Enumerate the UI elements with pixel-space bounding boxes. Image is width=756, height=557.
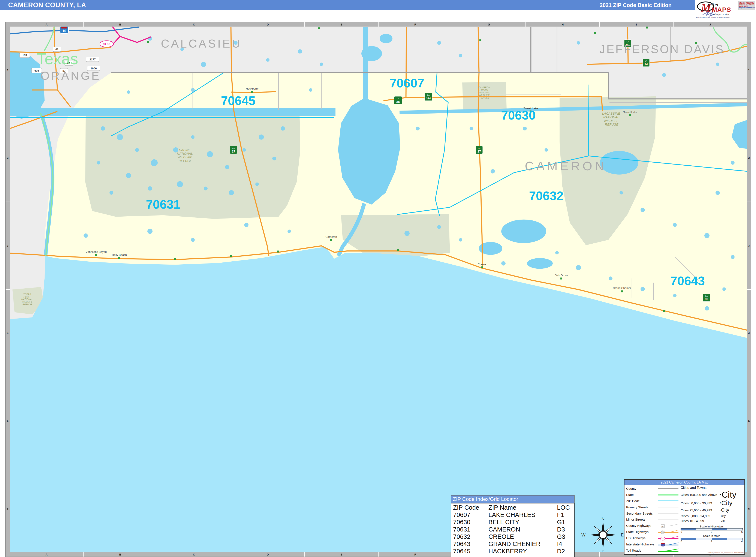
svg-text:70630: 70630 [501, 109, 535, 122]
grid-letters-top: A B C D E F G H I J [10, 22, 747, 27]
svg-text:Cameron: Cameron [325, 235, 337, 238]
legend-row-county: County [626, 486, 679, 491]
svg-text:CAMERON: CAMERON [525, 159, 606, 173]
scale-kilometers: Scale in Kilometers 0 3 6 [680, 525, 743, 533]
svg-text:Grand Chenier: Grand Chenier [613, 287, 631, 290]
legend-row-primary: Primary Streets [626, 504, 679, 510]
legend-row-secondary: Secondary Streets [626, 511, 679, 516]
svg-text:LACASSINE NATIONAL: LACASSINE NATIONAL WILDLIFE REFUGE [602, 112, 621, 126]
svg-text:105: 105 [22, 54, 27, 57]
edition-label: 2021 ZIP Code Basic Edition [600, 2, 672, 8]
svg-text:Creole: Creole [478, 263, 486, 266]
interstate-shield: 10 [60, 27, 68, 33]
grid-letter: A [10, 552, 84, 557]
legend-row-county-hwy: County Highways 123 [626, 523, 679, 528]
svg-text:CAMERON PRAIRIE: CAMERON PRAIRIE NATIONAL WILDLIFE REFUGE [478, 86, 491, 99]
svg-text:385: 385 [396, 100, 400, 104]
grid-letter: B [84, 22, 157, 27]
cities-header: Cities and Towns [680, 486, 744, 490]
svg-text:Hackberry: Hackberry [246, 87, 259, 90]
grid-letter: F [379, 552, 452, 557]
legend-row-toll: Toll Roads [626, 548, 679, 553]
svg-text:N: N [602, 517, 605, 521]
svg-text:E: E [621, 533, 623, 537]
zip-index-header-row: ZIP Code ZIP Name LOC [453, 504, 572, 511]
logo-maps: MAPS [711, 6, 731, 13]
logo-tagline: On Target, On Time. [712, 13, 730, 16]
table-row: 70643 GRAND CHENIER I4 [453, 540, 572, 548]
contact-box: CALL US TOLL FREE! 1-888-434-MAPS (6277)… [738, 1, 755, 10]
grid-letter: C [157, 552, 231, 557]
grid-number: 5 [747, 377, 751, 465]
table-row: 70607 LAKE CHARLES F1 [453, 511, 572, 519]
legend: 2021 Cameron County, LA Map County State… [624, 479, 745, 555]
svg-text:LA: LA [427, 94, 430, 96]
grid-number: 1 [6, 27, 10, 114]
zip-index-title: ZIP Code Index/Grid Locator [451, 495, 575, 503]
svg-text:Grand Lake: Grand Lake [623, 111, 637, 114]
svg-text:70631: 70631 [146, 198, 180, 211]
svg-text:90-BR: 90-BR [103, 42, 111, 46]
city-size-row: Cities 5,000 - 24,999 •City [680, 513, 744, 519]
state-highway-sample: 123 [658, 529, 679, 534]
state-label: Texas [37, 50, 78, 68]
contact-email: mapsales@MarketMAPS.com [739, 7, 755, 8]
grid-number: 5 [6, 377, 10, 465]
svg-text:LA: LA [397, 97, 399, 99]
city-size-row: Cities 25,000 - 49,999 •City [680, 507, 744, 513]
toll-road-sample [658, 548, 679, 553]
primary-street-sample [658, 504, 679, 510]
table-row: 70631 CAMERON D3 [453, 526, 572, 533]
publisher-logo-block: M arket MAPS On Target, On Time. America… [695, 0, 756, 22]
svg-text:70632: 70632 [529, 189, 563, 203]
svg-text:LA: LA [705, 295, 707, 297]
grid-letter: A [10, 22, 84, 27]
grid-number: 2 [747, 114, 751, 202]
interstate-road [10, 27, 139, 34]
grid-number: 3 [747, 202, 751, 290]
grid-letter: H [526, 22, 600, 27]
svg-text:123: 123 [662, 545, 664, 546]
svg-text:W: W [581, 533, 585, 537]
svg-text:CALCASIEU: CALCASIEU [161, 37, 242, 50]
grid-letter: G [452, 22, 526, 27]
grid-letter: E [305, 552, 379, 557]
map-poster-page: CAMERON COUNTY, LA 2021 ZIP Code Basic E… [0, 0, 756, 557]
svg-text:408: 408 [34, 69, 39, 72]
legend-row-state: State [626, 492, 679, 497]
logo-subtitle: America's Leading Source of Business Map… [696, 16, 739, 18]
city-size-row: Cities 50,000 - 99,999 •City [680, 499, 744, 507]
grid-number: 6 [747, 465, 751, 552]
contact-call-label: CALL US TOLL FREE! [739, 1, 755, 3]
header-bar: CAMERON COUNTY, LA 2021 ZIP Code Basic E… [0, 0, 695, 10]
svg-text:384: 384 [426, 97, 431, 100]
city-size-row: Cities 100,000 and Above •City [680, 490, 744, 499]
svg-text:Sweet Lake: Sweet Lake [523, 107, 538, 110]
copyright-line: © Intelligent Direct, Inc., Nanticoke, P… [707, 552, 744, 554]
grid-numbers-right: 1 2 3 4 5 6 [747, 27, 751, 552]
legend-row-zip: ZIP Code [626, 498, 679, 504]
grid-numbers-left: 1 2 3 4 5 6 [6, 27, 10, 552]
grid-letter: E [305, 22, 379, 27]
grid-number: 1 [747, 27, 751, 114]
svg-text:82: 82 [705, 297, 708, 301]
svg-text:JEFFERSON DAVIS: JEFFERSON DAVIS [600, 42, 725, 56]
legend-line-samples: County State ZIP Code Primary Streets Se… [624, 485, 679, 554]
interstate-sample: 123 [658, 542, 679, 547]
city-size-row: Cities 10 - 4,999 •City [680, 519, 744, 523]
svg-text:27: 27 [477, 150, 481, 153]
legend-row-minor: Minor Streets [626, 517, 679, 522]
legend-row-state-hwy: State Highways 123 [626, 529, 679, 534]
legend-cities-column: Cities and Towns Cities 100,000 and Abov… [679, 485, 745, 554]
svg-text:2177: 2177 [90, 58, 96, 61]
us-route-shield: 90-BR [100, 41, 114, 47]
map-svg: 105 62 87 87 408 2177 1006 LA27 [10, 27, 747, 552]
grid-letter: B [84, 552, 157, 557]
secondary-street-sample [658, 511, 679, 516]
grid-letter: F [379, 22, 452, 27]
grid-letter: J [673, 22, 747, 27]
grid-number: 4 [6, 290, 10, 377]
grid-number: 6 [6, 465, 10, 552]
svg-text:Johnsons Bayou: Johnsons Bayou [86, 250, 107, 254]
svg-text:123: 123 [662, 538, 664, 540]
